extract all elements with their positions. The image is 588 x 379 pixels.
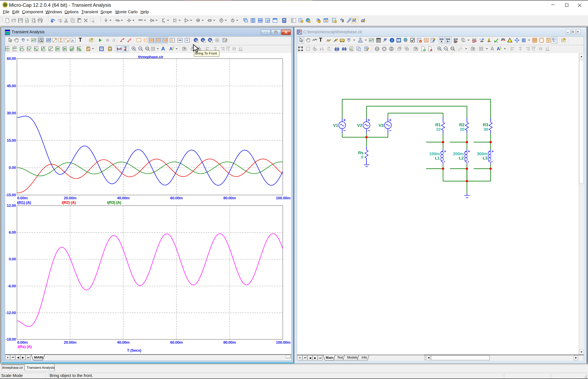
svg-text:12: 12 [4,4,6,6]
